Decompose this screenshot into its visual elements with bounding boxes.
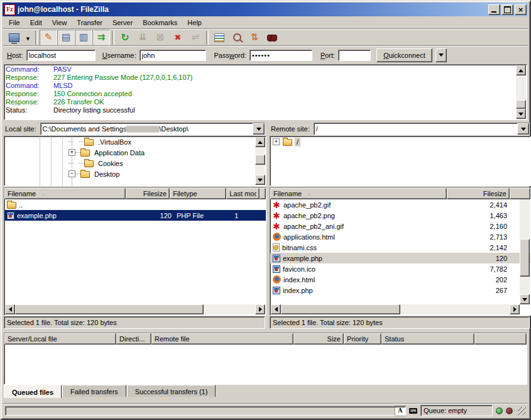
scroll-right-button[interactable] <box>255 304 265 314</box>
column-header-filesize[interactable]: Filesize <box>126 188 170 199</box>
scroll-thumb[interactable] <box>255 155 265 165</box>
scroll-left-button[interactable] <box>5 304 15 314</box>
quickconnect-button[interactable]: Quickconnect <box>376 48 432 62</box>
menu-bookmarks[interactable]: Bookmarks <box>138 18 182 28</box>
file-row[interactable]: applications.html2,713 <box>270 231 530 242</box>
local-tree-scrollbar[interactable] <box>255 137 265 185</box>
scroll-thumb[interactable] <box>281 304 400 314</box>
file-row[interactable]: apache_pb2.png1,463 <box>270 210 530 221</box>
host-input[interactable] <box>26 50 96 61</box>
username-input[interactable] <box>140 50 206 61</box>
local-site-dropdown[interactable] <box>253 123 265 135</box>
message-log-scrollbar[interactable] <box>516 65 526 119</box>
horizontal-scrollbar[interactable] <box>271 304 520 314</box>
toggle-message-log-button[interactable] <box>40 30 57 46</box>
scroll-down-button[interactable] <box>516 109 526 119</box>
column-header-filesize[interactable]: Filesize <box>447 188 510 199</box>
vertical-scrollbar[interactable] <box>520 189 530 304</box>
file-row[interactable]: apache_pb2_ani.gif2,160 <box>270 221 530 231</box>
queue-column-status[interactable]: Status <box>381 333 474 345</box>
menu-view[interactable]: View <box>47 18 72 28</box>
file-row[interactable]: favicon.ico7,782 <box>270 263 530 274</box>
tab-successful-transfers-1-[interactable]: Successful transfers (1) <box>127 385 216 397</box>
file-row[interactable]: bitnami.css2,142 <box>270 242 530 253</box>
local-site-combo[interactable]: C:\Documents and Settings\Desktop\ <box>40 123 265 135</box>
resize-grip[interactable] <box>518 407 526 415</box>
column-header-filler <box>510 188 530 199</box>
remote-site-label: Remote site: <box>270 125 311 133</box>
queue-column-remote-file[interactable]: Remote file <box>151 333 293 345</box>
close-button[interactable]: × <box>515 4 527 15</box>
scroll-down-button[interactable] <box>520 294 530 304</box>
minimize-button[interactable] <box>488 4 500 15</box>
scroll-right-button[interactable] <box>510 304 520 314</box>
tab-queued-files[interactable]: Queued files <box>4 385 62 398</box>
scroll-up-button[interactable] <box>255 137 265 147</box>
tree-expander[interactable]: + <box>68 149 75 156</box>
column-header-label: Server/Local file <box>8 335 57 343</box>
file-row[interactable]: example.php120PHP File1 <box>4 210 266 221</box>
password-input[interactable] <box>249 50 312 61</box>
tab-failed-transfers[interactable]: Failed transfers <box>62 385 126 397</box>
column-header-filename[interactable]: Filename▲ <box>4 188 126 199</box>
find-files-button[interactable] <box>263 30 281 46</box>
menu-edit[interactable]: Edit <box>25 18 47 28</box>
synchronized-browsing-button[interactable] <box>246 30 263 46</box>
tree-connector <box>68 163 74 163</box>
column-header-filename[interactable]: Filename▲ <box>270 188 447 199</box>
site-manager-dropdown[interactable] <box>23 30 33 46</box>
maximize-button[interactable] <box>501 4 513 15</box>
column-header-last-modified[interactable]: Last modified <box>226 188 260 199</box>
tree-expander[interactable]: − <box>68 170 75 177</box>
tree-item-root[interactable]: +/ <box>270 136 530 147</box>
quickconnect-bar: Host: Username: Password: Port: Quickcon… <box>3 45 528 64</box>
tree-connector <box>75 174 80 174</box>
file-cell: bitnami.css <box>270 242 447 253</box>
scroll-up-button[interactable] <box>516 65 526 75</box>
remote-site-dropdown[interactable] <box>517 123 529 135</box>
file-row[interactable]: .. <box>4 199 266 210</box>
scroll-down-button[interactable] <box>255 175 265 185</box>
queue-column-directi-[interactable]: Directi... <box>116 333 151 345</box>
port-input[interactable] <box>338 50 371 61</box>
file-row[interactable]: index.html202 <box>270 274 530 285</box>
horizontal-scrollbar[interactable] <box>5 304 265 314</box>
toggle-remote-tree-button[interactable] <box>75 30 92 46</box>
compare-directories-button[interactable] <box>228 30 246 46</box>
file-row[interactable]: example.php120 <box>270 253 530 263</box>
remote-site-path: / <box>314 125 517 133</box>
refresh-button[interactable] <box>116 30 134 46</box>
queue-column-size[interactable]: Size <box>293 333 344 345</box>
tree-connector <box>79 163 84 163</box>
file-row[interactable]: apache_pb2.gif2,414 <box>270 199 530 210</box>
tree-item-cookies[interactable]: Cookies <box>4 158 266 169</box>
menu-server[interactable]: Server <box>107 18 138 28</box>
tree-item-application-data[interactable]: +Application Data <box>4 147 266 158</box>
scroll-thumb[interactable] <box>15 304 204 314</box>
column-header-filetype[interactable]: Filetype <box>170 188 226 199</box>
host-label: Host: <box>7 52 23 59</box>
menu-transfer[interactable]: Transfer <box>72 18 107 28</box>
remote-site-combo[interactable]: / <box>314 123 530 135</box>
scroll-left-button[interactable] <box>271 304 281 314</box>
file-row[interactable]: index.php267 <box>270 285 530 296</box>
quickconnect-dropdown[interactable] <box>435 48 447 62</box>
scroll-thumb[interactable] <box>516 100 526 109</box>
tree-expander[interactable]: + <box>273 138 280 145</box>
toggle-local-tree-button[interactable] <box>57 30 75 46</box>
menu-help[interactable]: Help <box>182 18 207 28</box>
directory-listing-filters-button[interactable] <box>211 30 228 46</box>
remote-tree-icon <box>79 33 88 42</box>
tree-item-desktop[interactable]: −Desktop <box>4 169 266 179</box>
open-site-manager-button[interactable] <box>5 30 23 46</box>
toggle-transfer-queue-button[interactable] <box>92 30 110 46</box>
menu-file[interactable]: File <box>4 18 25 28</box>
speed-limits-icon[interactable]: SPD <box>409 408 417 414</box>
scroll-thumb[interactable] <box>520 239 530 277</box>
log-line-text: 227 Entering Passive Mode (127,0,0,1,6,1… <box>53 74 192 81</box>
queue-column-server-local-file[interactable]: Server/Local file <box>4 333 116 345</box>
disconnect-button[interactable] <box>169 30 187 46</box>
tree-item--virtualbox[interactable]: .VirtualBox <box>4 136 266 147</box>
queue-column-priority[interactable]: Priority <box>344 333 381 345</box>
log-line-response: Response:150 Connection accepted <box>6 90 515 98</box>
